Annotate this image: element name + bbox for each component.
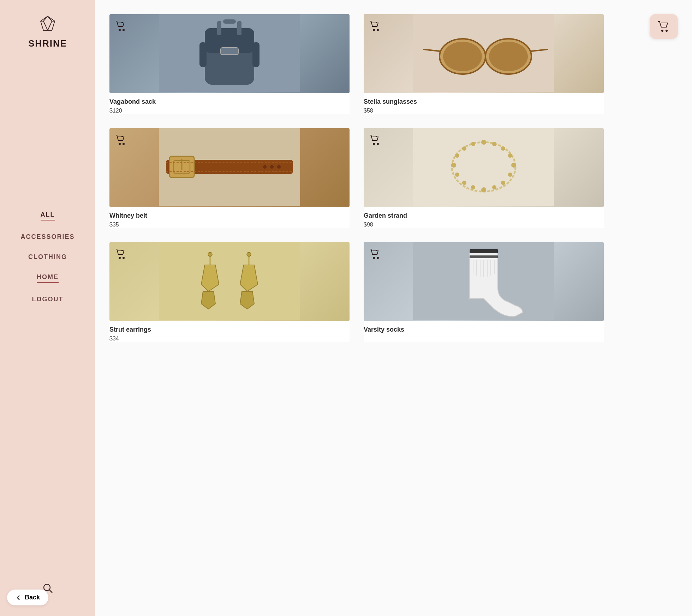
sidebar-item-clothing[interactable]: CLOTHING (28, 252, 67, 262)
sidebar-item-home[interactable]: HOME (37, 272, 59, 284)
product-card-stella-sunglasses: Stella sunglasses $58 (364, 14, 604, 114)
svg-point-63 (455, 153, 459, 158)
logo-icon (38, 14, 57, 34)
svg-point-52 (501, 146, 505, 151)
add-to-cart-vagabond-sack[interactable] (115, 20, 127, 33)
svg-rect-13 (217, 21, 221, 35)
product-name-stella-sunglasses: Stella sunglasses (364, 98, 417, 105)
svg-point-50 (481, 140, 486, 145)
svg-rect-85 (470, 255, 498, 258)
svg-point-5 (119, 29, 120, 31)
sidebar-nav: ALL ACCESSORIES CLOTHING HOME LOGOUT (7, 210, 88, 304)
cart-fab-icon (657, 20, 670, 33)
backpack-illustration (109, 14, 350, 92)
necklace-illustration (364, 128, 604, 206)
product-image-stella-sunglasses (364, 14, 604, 93)
svg-point-45 (377, 143, 378, 145)
svg-point-6 (123, 29, 124, 31)
product-name-whitney-belt: Whitney belt (109, 212, 147, 219)
svg-point-51 (492, 142, 496, 146)
socks-illustration (364, 242, 604, 320)
product-card-whitney-belt: Whitney belt $35 (109, 128, 350, 228)
add-to-cart-garden-strand[interactable] (369, 134, 381, 147)
sidebar-item-logout[interactable]: LOGOUT (32, 294, 64, 304)
back-arrow-icon (16, 594, 22, 601)
svg-point-53 (508, 153, 512, 158)
product-grid: Vagabond sack $120 (109, 14, 604, 342)
svg-point-24 (443, 42, 482, 71)
svg-rect-14 (237, 21, 241, 35)
product-name-strut-earrings: Strut earrings (109, 326, 151, 333)
sidebar-item-all[interactable]: ALL (41, 210, 55, 222)
svg-rect-15 (199, 42, 207, 67)
sunglasses-illustration (364, 14, 604, 92)
svg-point-64 (462, 146, 466, 151)
svg-rect-70 (159, 242, 300, 320)
svg-point-80 (377, 257, 378, 259)
product-image-strut-earrings (109, 242, 350, 321)
product-price-strut-earrings: $34 (109, 336, 119, 342)
product-card-vagabond-sack: Vagabond sack $120 (109, 14, 350, 114)
back-button-label: Back (25, 594, 40, 601)
back-button[interactable]: Back (7, 590, 48, 605)
svg-point-4 (666, 30, 667, 31)
add-to-cart-whitney-belt[interactable] (115, 134, 127, 147)
svg-point-71 (208, 252, 212, 256)
svg-point-1 (44, 584, 50, 591)
sidebar-item-accessories[interactable]: ACCESSORIES (20, 232, 74, 242)
svg-rect-84 (470, 249, 498, 253)
add-to-cart-varsity-socks[interactable] (369, 248, 381, 261)
svg-point-55 (508, 173, 512, 177)
belt-illustration (109, 128, 350, 206)
svg-point-31 (123, 143, 124, 145)
add-to-cart-stella-sunglasses[interactable] (369, 20, 381, 33)
svg-rect-17 (223, 19, 236, 24)
svg-point-61 (455, 173, 459, 177)
svg-point-59 (471, 185, 475, 189)
svg-rect-16 (252, 42, 260, 67)
svg-point-19 (377, 29, 378, 31)
svg-point-3 (662, 30, 663, 31)
svg-point-65 (471, 142, 475, 146)
product-name-varsity-socks: Varsity socks (364, 326, 404, 333)
earrings-illustration (109, 242, 350, 320)
product-image-whitney-belt (109, 128, 350, 207)
product-image-vagabond-sack (109, 14, 350, 93)
product-price-whitney-belt: $35 (109, 222, 119, 228)
svg-point-30 (119, 143, 120, 145)
product-name-garden-strand: Garden strand (364, 212, 407, 219)
product-price-vagabond-sack: $120 (109, 108, 122, 114)
product-card-strut-earrings: Strut earrings $34 (109, 242, 350, 342)
product-price-garden-strand: $98 (364, 222, 373, 228)
svg-point-58 (481, 187, 486, 192)
svg-point-38 (277, 165, 281, 169)
svg-point-44 (373, 143, 375, 145)
cart-fab-button[interactable] (650, 14, 678, 39)
add-to-cart-strut-earrings[interactable] (115, 248, 127, 261)
svg-point-18 (373, 29, 375, 31)
svg-point-79 (373, 257, 375, 259)
svg-line-2 (49, 590, 52, 593)
svg-point-75 (247, 252, 251, 256)
svg-marker-0 (41, 16, 55, 30)
product-price-stella-sunglasses: $58 (364, 108, 373, 114)
svg-point-26 (489, 42, 528, 71)
svg-point-37 (270, 165, 274, 169)
sidebar: SHRINE ALL ACCESSORIES CLOTHING HOME LOG… (0, 0, 95, 616)
svg-point-62 (451, 163, 456, 168)
svg-point-57 (492, 185, 496, 189)
product-name-vagabond-sack: Vagabond sack (109, 98, 156, 105)
svg-point-67 (123, 257, 124, 259)
app-title: SHRINE (28, 38, 67, 49)
product-image-varsity-socks (364, 242, 604, 321)
svg-point-60 (462, 181, 466, 185)
product-image-garden-strand (364, 128, 604, 207)
svg-point-54 (511, 163, 516, 168)
svg-rect-12 (221, 48, 238, 55)
product-card-garden-strand: Garden strand $98 (364, 128, 604, 228)
svg-point-56 (501, 181, 505, 185)
svg-point-36 (263, 165, 267, 169)
svg-point-66 (119, 257, 120, 259)
product-card-varsity-socks: Varsity socks (364, 242, 604, 342)
main-content: Vagabond sack $120 (95, 0, 692, 616)
